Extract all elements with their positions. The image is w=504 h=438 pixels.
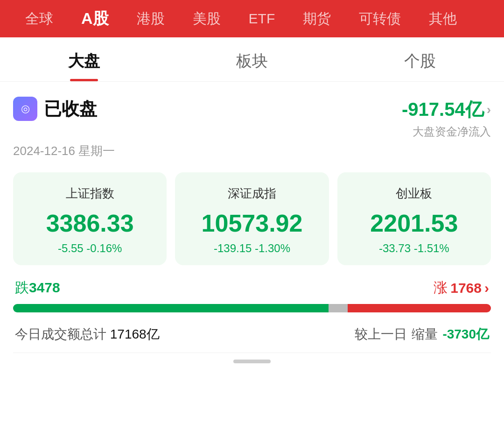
index-card-chinext[interactable]: 创业板 2201.53 -33.73 -1.51% [337, 172, 491, 265]
volume-left: 今日成交额总计 17168亿 [15, 325, 160, 343]
shanghai-index-name: 上证指数 [22, 185, 157, 202]
rise-label: 涨 [434, 278, 448, 297]
volume-amount: 17168亿 [110, 327, 160, 341]
progress-green-segment [13, 304, 329, 312]
nav-item-hkstock[interactable]: 港股 [123, 9, 179, 28]
bottom-scroll-hint [0, 353, 504, 368]
fund-flow-section[interactable]: -917.54亿 › 大盘资金净流入 [402, 97, 491, 139]
market-status-icon: ◎ [13, 97, 37, 121]
index-card-shanghai[interactable]: 上证指数 3386.33 -5.55 -0.16% [13, 172, 167, 265]
progress-red-segment [348, 304, 491, 312]
shanghai-index-change: -5.55 -0.16% [22, 242, 157, 255]
nav-item-futures[interactable]: 期货 [289, 9, 345, 28]
progress-gray-segment [329, 304, 348, 312]
shrink-label: 缩量 [412, 325, 438, 343]
status-row: ◎ 已收盘 -917.54亿 › 大盘资金净流入 [13, 97, 491, 139]
nav-item-global[interactable]: 全球 [11, 9, 67, 28]
chinext-index-change: -33.73 -1.51% [347, 242, 482, 255]
index-card-shenzhen[interactable]: 深证成指 10573.92 -139.15 -1.30% [175, 172, 329, 265]
shanghai-index-value: 3386.33 [22, 209, 157, 237]
shenzhen-index-name: 深证成指 [184, 185, 319, 202]
market-date: 2024-12-16 星期一 [13, 143, 491, 159]
chevron-right-icon: › [487, 102, 491, 117]
rise-count[interactable]: 涨1768 › [434, 278, 489, 297]
chinext-index-value: 2201.53 [347, 209, 482, 237]
nav-item-ashare[interactable]: A股 [67, 8, 123, 29]
fall-label: 跌 [15, 280, 29, 295]
volume-right: 较上一日 缩量 -3730亿 [355, 325, 489, 343]
nav-item-usstock[interactable]: 美股 [179, 9, 235, 28]
chevron-right-rise-icon: › [484, 280, 489, 296]
status-left: ◎ 已收盘 [13, 97, 97, 121]
rise-fall-row: 跌3478 涨1768 › [13, 278, 491, 297]
shenzhen-index-change: -139.15 -1.30% [184, 242, 319, 255]
fund-flow-value: -917.54亿 › [402, 97, 491, 122]
nav-item-convertible[interactable]: 可转债 [345, 9, 415, 28]
top-nav: 全球 A股 港股 美股 ETF 期货 可转债 其他 [0, 0, 504, 37]
shenzhen-index-value: 10573.92 [184, 209, 319, 237]
scroll-thumb [233, 360, 271, 363]
secondary-tabs: 大盘 板块 个股 [0, 37, 504, 82]
main-content: ◎ 已收盘 -917.54亿 › 大盘资金净流入 2024-12-16 星期一 … [0, 82, 504, 353]
chinext-index-name: 创业板 [347, 185, 482, 202]
nav-item-other[interactable]: 其他 [415, 9, 471, 28]
rise-fall-progress-bar [13, 304, 491, 312]
shrink-value: -3730亿 [442, 325, 489, 343]
tab-market[interactable]: 大盘 [0, 50, 168, 81]
fall-count: 跌3478 [15, 278, 60, 297]
index-cards-container: 上证指数 3386.33 -5.55 -0.16% 深证成指 10573.92 … [13, 172, 491, 265]
compare-label: 较上一日 [355, 325, 407, 343]
volume-row: 今日成交额总计 17168亿 较上一日 缩量 -3730亿 [13, 325, 491, 353]
nav-item-etf[interactable]: ETF [235, 11, 289, 27]
volume-label: 今日成交额总计 [15, 327, 106, 341]
market-status-text: 已收盘 [44, 97, 97, 121]
fund-flow-label: 大盘资金净流入 [402, 124, 491, 139]
tab-sector[interactable]: 板块 [168, 50, 336, 81]
tab-individual[interactable]: 个股 [336, 50, 504, 81]
